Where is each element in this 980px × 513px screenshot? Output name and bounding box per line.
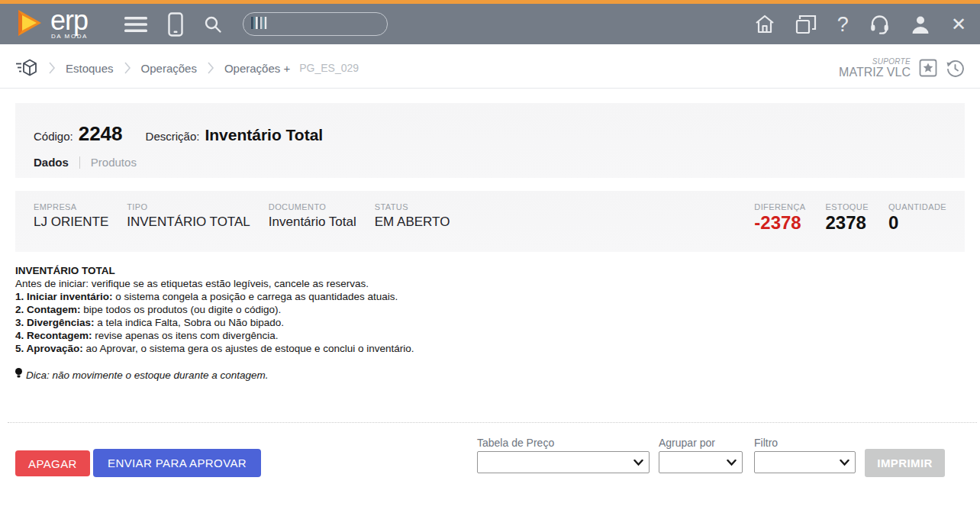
field-label: EMPRESA bbox=[34, 202, 108, 211]
tab-dados[interactable]: Dados bbox=[34, 156, 69, 169]
metric-diferenca: DIFERENÇA -2378 bbox=[754, 202, 805, 234]
record-title-line: Código: 2248 Descrição: Inventário Total bbox=[34, 122, 946, 146]
lightbulb-icon bbox=[15, 368, 22, 382]
user-role: SUPORTE bbox=[872, 57, 911, 66]
field-label: TIPO bbox=[127, 202, 250, 211]
tip-text: Dica: não movimente o estoque durante a … bbox=[26, 369, 268, 382]
breadcrumb-item-operacoes[interactable]: Operações bbox=[141, 62, 197, 75]
code-label: Código: bbox=[34, 130, 73, 143]
field-label: STATUS bbox=[375, 202, 450, 211]
logo-text: erp DA MODA bbox=[50, 9, 88, 40]
metric-label: ESTOQUE bbox=[825, 202, 868, 211]
instruction-step-5: 5. Aprovação: ao Aprovar, o sistema gera… bbox=[15, 342, 461, 355]
page: erp DA MODA bbox=[0, 0, 980, 513]
breadcrumb-item-operacoes-plus[interactable]: Operações + bbox=[224, 62, 290, 75]
breadcrumb-item-estoques[interactable]: Estoques bbox=[66, 62, 114, 75]
barcode-search-box[interactable] bbox=[243, 12, 388, 36]
instruction-step-3: 3. Divergências: a tela indica Falta, So… bbox=[15, 316, 461, 329]
field-documento: DOCUMENTO Inventário Total bbox=[269, 202, 356, 230]
tab-divider bbox=[79, 156, 80, 169]
field-value: LJ ORIENTE bbox=[34, 215, 108, 230]
group-by-select[interactable] bbox=[659, 452, 742, 473]
chevron-right-icon bbox=[48, 62, 56, 74]
filter-label: Filtro bbox=[754, 437, 778, 449]
instructions-block: INVENTÁRIO TOTAL Antes de iniciar: verif… bbox=[15, 264, 461, 382]
field-tipo: TIPO INVENTÁRIO TOTAL bbox=[127, 202, 250, 230]
group-by-select-wrap bbox=[659, 451, 743, 473]
user-block: SUPORTE MATRIZ VLC bbox=[839, 57, 965, 79]
delete-button[interactable]: APAGAR bbox=[15, 450, 90, 476]
instructions-intro: Antes de iniciar: verifique se as etique… bbox=[15, 277, 461, 290]
page-code: PG_ES_029 bbox=[299, 62, 359, 74]
record-header-card: Código: 2248 Descrição: Inventário Total… bbox=[15, 103, 965, 178]
topbar-right-icons: ? ✕ bbox=[755, 14, 966, 34]
metric-estoque: ESTOQUE 2378 bbox=[825, 202, 868, 234]
group-by-label: Agrupar por bbox=[659, 437, 715, 449]
user-name: MATRIZ VLC bbox=[839, 66, 911, 79]
description-label: Descrição: bbox=[146, 130, 200, 143]
stock-module-icon[interactable] bbox=[15, 59, 38, 77]
tip-line: Dica: não movimente o estoque durante a … bbox=[15, 368, 461, 382]
submit-for-approval-button[interactable]: ENVIAR PARA APROVAR bbox=[93, 449, 261, 477]
print-button[interactable]: IMPRIMIR bbox=[865, 449, 945, 477]
record-info-card: EMPRESA LJ ORIENTE TIPO INVENTÁRIO TOTAL… bbox=[15, 191, 965, 252]
app-logo[interactable]: erp DA MODA bbox=[15, 7, 88, 42]
favorite-star-icon[interactable] bbox=[919, 59, 937, 77]
record-code: 2248 bbox=[79, 122, 123, 146]
logo-subtitle: DA MODA bbox=[51, 33, 88, 40]
metric-value: 2378 bbox=[825, 212, 868, 234]
mobile-icon[interactable] bbox=[168, 12, 183, 37]
topbar: erp DA MODA bbox=[0, 0, 980, 44]
field-value: Inventário Total bbox=[269, 215, 356, 230]
tab-bar: Dados Produtos bbox=[34, 156, 946, 169]
instructions-title: INVENTÁRIO TOTAL bbox=[15, 264, 461, 277]
status-value: EM ABERTO bbox=[375, 215, 450, 230]
field-label: DOCUMENTO bbox=[269, 202, 356, 211]
field-empresa: EMPRESA LJ ORIENTE bbox=[34, 202, 108, 230]
price-table-select-wrap bbox=[477, 451, 650, 473]
menu-icon[interactable] bbox=[124, 16, 147, 33]
filter-select-wrap bbox=[754, 451, 856, 473]
user-icon[interactable] bbox=[911, 15, 930, 34]
topbar-left-icons bbox=[124, 12, 222, 37]
chevron-right-icon bbox=[124, 62, 131, 74]
help-icon[interactable]: ? bbox=[837, 15, 849, 34]
logo-brand: erp bbox=[50, 9, 88, 32]
tab-produtos[interactable]: Produtos bbox=[91, 156, 137, 169]
record-description: Inventário Total bbox=[205, 126, 323, 144]
close-icon[interactable]: ✕ bbox=[951, 15, 966, 34]
instruction-step-2: 2. Contagem: bipe todos os produtos (ou … bbox=[15, 303, 461, 316]
history-icon[interactable] bbox=[946, 59, 965, 78]
metric-quantidade: QUANTIDADE 0 bbox=[888, 202, 946, 234]
price-table-label: Tabela de Preço bbox=[477, 437, 554, 449]
bottom-divider bbox=[8, 422, 977, 423]
instruction-step-4: 4. Recontagem: revise apenas os itens co… bbox=[15, 329, 461, 342]
instruction-step-1: 1. Iniciar inventário: o sistema congela… bbox=[15, 290, 461, 303]
metric-label: DIFERENÇA bbox=[754, 202, 805, 211]
field-value: INVENTÁRIO TOTAL bbox=[127, 215, 250, 230]
metric-value: 0 bbox=[888, 212, 946, 234]
metric-value: -2378 bbox=[754, 212, 805, 234]
logo-triangle-icon bbox=[15, 7, 46, 42]
metrics-group: DIFERENÇA -2378 ESTOQUE 2378 QUANTIDADE … bbox=[754, 202, 946, 234]
windows-cascade-icon[interactable] bbox=[795, 15, 817, 34]
user-info: SUPORTE MATRIZ VLC bbox=[839, 57, 911, 79]
filter-select[interactable] bbox=[755, 452, 855, 473]
search-icon[interactable] bbox=[204, 15, 222, 34]
home-icon[interactable] bbox=[755, 15, 775, 34]
field-status: STATUS EM ABERTO bbox=[375, 202, 450, 230]
price-table-select[interactable] bbox=[478, 452, 649, 473]
breadcrumb-bar: Estoques Operações Operações + PG_ES_029… bbox=[0, 48, 980, 89]
metric-label: QUANTIDADE bbox=[888, 202, 946, 211]
headset-icon[interactable] bbox=[869, 14, 890, 34]
barcode-icon bbox=[251, 17, 268, 32]
chevron-right-icon bbox=[207, 62, 214, 74]
barcode-input[interactable] bbox=[272, 18, 407, 30]
